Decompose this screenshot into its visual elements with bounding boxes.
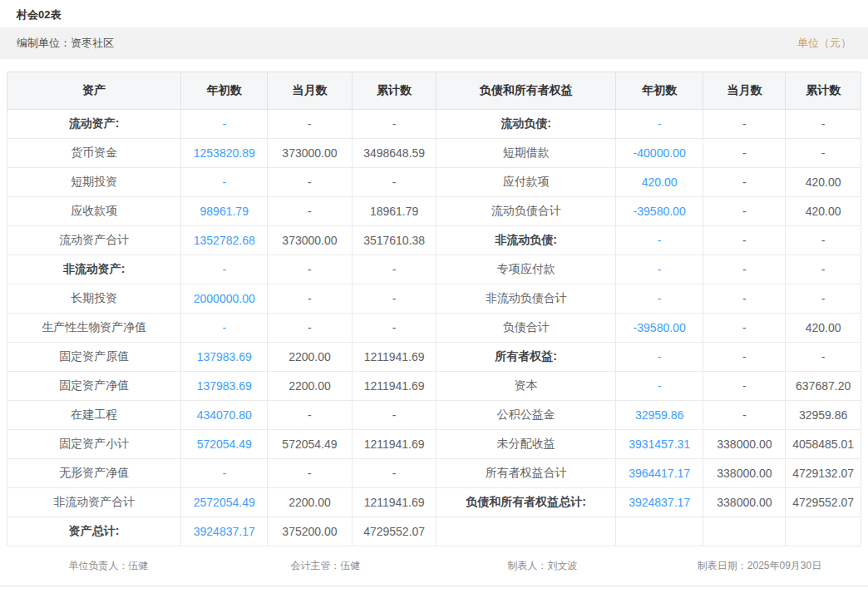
asset-initial-value[interactable]: 434070.80 [181,401,268,430]
liability-name: 未分配收益 [436,430,615,459]
asset-month-value: - [268,284,353,314]
liability-total-value [786,517,861,546]
asset-name: 货币资金 [7,139,181,168]
liability-name: 非流动负债合计 [436,284,615,314]
asset-name: 流动资产合计 [7,226,181,255]
table-row: 固定资产小计 572054.49 572054.49 1211941.69 未分… [7,430,861,459]
asset-total-value: - [352,401,436,430]
liability-total-value: - [786,343,861,372]
footer-label: 制表人： [508,560,548,571]
asset-initial-value[interactable]: 572054.49 [181,430,268,459]
asset-total-value: 18961.79 [352,197,436,226]
liability-initial-value[interactable]: -39580.00 [615,314,703,343]
unit-label: 单位（元） [797,36,851,51]
asset-initial-value[interactable]: 137983.69 [181,343,268,372]
asset-initial-value[interactable]: - [181,255,268,284]
prepared-by: 编制单位：资枣社区 [17,36,114,51]
liability-name: 负债和所有者权益总计: [436,488,615,517]
liability-month-value: - [703,401,786,430]
table-row: 生产性生物资产净值 - - - 负债合计 -39580.00 - 420.00 [7,314,861,343]
asset-month-value: - [268,110,353,139]
liability-name: 专项应付款 [436,255,615,284]
asset-month-value: 373000.00 [268,226,353,255]
liability-initial-value[interactable]: 420.00 [615,168,703,197]
liability-month-value: 338000.00 [703,459,786,488]
footer-date: 制表日期：2025年09月30日 [651,559,868,573]
liability-initial-value[interactable]: 3964417.17 [615,459,703,488]
asset-total-value: 1211941.69 [352,488,436,517]
prepared-by-label: 编制单位： [17,37,71,49]
liability-month-value: 338000.00 [703,430,786,459]
footer-value: 刘文波 [548,560,578,571]
liability-name: 流动负债合计 [436,197,615,226]
asset-initial-value[interactable]: 2572054.49 [181,488,268,517]
liability-initial-value[interactable]: - [615,372,703,401]
unit-bar: 编制单位：资枣社区 单位（元） [0,27,868,59]
liability-initial-value [615,517,703,546]
asset-total-value: 4729552.07 [352,517,436,546]
asset-name: 在建工程 [7,401,181,430]
asset-initial-value[interactable]: 2000000.00 [181,284,268,314]
asset-name: 固定资产小计 [7,430,181,459]
table-row: 流动资产合计 1352782.68 373000.00 3517610.38 非… [7,226,861,255]
liability-month-value: - [703,226,786,255]
asset-initial-value[interactable]: 3924837.17 [181,517,268,546]
asset-name: 非流动资产: [7,255,181,284]
liability-initial-value[interactable]: - [615,284,703,314]
asset-total-value: - [352,110,436,139]
table-row: 资产总计: 3924837.17 375200.00 4729552.07 [7,517,861,546]
liability-total-value: 420.00 [786,314,861,343]
liability-initial-value[interactable]: -40000.00 [615,139,703,168]
asset-month-value: 2200.00 [268,372,353,401]
liability-initial-value[interactable]: 3924837.17 [615,488,703,517]
asset-month-value: 2200.00 [268,343,353,372]
table-row: 固定资产原值 137983.69 2200.00 1211941.69 所有者权… [7,343,861,372]
asset-total-value: - [352,284,436,314]
header-initial: 年初数 [615,72,703,110]
asset-total-value: 1211941.69 [352,372,436,401]
asset-initial-value[interactable]: - [181,168,268,197]
footer-label: 制表日期： [698,560,747,571]
asset-total-value: 1211941.69 [352,430,436,459]
asset-total-value: 1211941.69 [352,343,436,372]
footer-value: 伍健 [341,560,361,571]
liability-initial-value[interactable]: 32959.86 [615,401,703,430]
liability-month-value: - [703,314,786,343]
liability-initial-value[interactable]: - [615,255,703,284]
liability-name: 所有者权益: [436,343,615,372]
liability-month-value: - [703,168,786,197]
liability-month-value: - [703,139,786,168]
asset-total-value: 3498648.59 [352,139,436,168]
asset-month-value: 373000.00 [268,139,353,168]
liability-month-value: - [703,284,786,314]
asset-initial-value[interactable]: 1352782.68 [181,226,268,255]
liability-total-value: 420.00 [786,168,861,197]
asset-initial-value[interactable]: - [181,110,268,139]
liability-name [436,517,615,546]
asset-initial-value[interactable]: - [181,314,268,343]
page-title: 村会02表 [0,0,868,27]
liability-initial-value[interactable]: - [615,226,703,255]
liability-name: 公积公益金 [436,401,615,430]
liability-name: 所有者权益合计 [436,459,615,488]
asset-initial-value[interactable]: 98961.79 [181,197,268,226]
footer-value: 伍健 [129,560,149,571]
liability-month-value: - [703,255,786,284]
asset-name: 固定资产原值 [7,343,181,372]
asset-initial-value[interactable]: 1253820.89 [181,139,268,168]
table-row: 流动资产: - - - 流动负债: - - - [7,110,861,139]
liability-initial-value[interactable]: - [615,110,703,139]
liability-initial-value[interactable]: - [615,343,703,372]
asset-name: 资产总计: [7,517,181,546]
liability-initial-value[interactable]: -39580.00 [615,197,703,226]
liability-name: 资本 [436,372,615,401]
liability-total-value: - [786,255,861,284]
liability-total-value: 637687.20 [786,372,861,401]
asset-initial-value[interactable]: 137983.69 [181,372,268,401]
liability-initial-value[interactable]: 3931457.31 [615,430,703,459]
liability-name: 应付款项 [436,168,615,197]
liability-total-value: 4058485.01 [786,430,861,459]
asset-initial-value[interactable]: - [181,459,268,488]
liability-total-value: - [786,110,861,139]
asset-month-value: - [268,168,353,197]
